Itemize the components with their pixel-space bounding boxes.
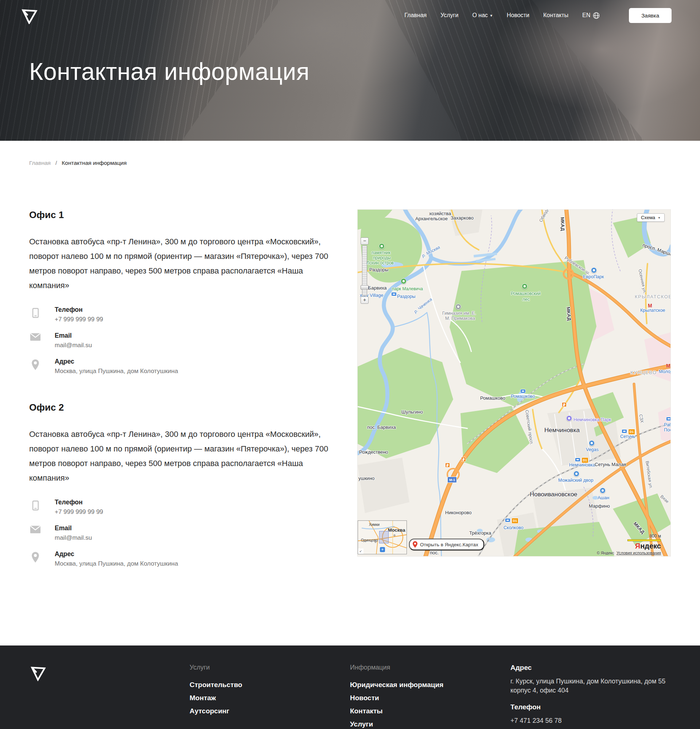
map-label: парк Малевича xyxy=(392,287,423,291)
address-label: Адрес xyxy=(55,550,178,558)
breadcrumb: Главная / Контактная информация xyxy=(29,160,700,166)
nav-news[interactable]: Новости xyxy=(507,12,529,19)
footer-link-services[interactable]: Услуги xyxy=(350,720,510,728)
map-label: М. Примакова xyxy=(445,316,475,321)
map-label: Шульгино xyxy=(401,410,423,414)
nav-about[interactable]: О нас▼ xyxy=(472,12,493,19)
map-label: Раздоры xyxy=(397,294,415,299)
office-description: Остановка автобуса «пр-т Ленина», 300 м … xyxy=(29,427,332,485)
map-label: Архангельское xyxy=(415,216,448,221)
content: Офис 1 Остановка автобуса «пр-т Ленина»,… xyxy=(29,209,671,645)
footer-services-column: Услуги Строительство Монтаж Аутсорсинг xyxy=(190,664,350,729)
map-label: КРЫЛАТСКОЕ xyxy=(635,294,671,299)
email-row: Email mail@mail.su xyxy=(29,524,332,542)
phone-value[interactable]: +7 999 999 99 99 xyxy=(55,508,103,516)
footer-link-legal[interactable]: Юридическая информация xyxy=(350,681,510,689)
footer-link-outsourcing[interactable]: Аутсорсинг xyxy=(190,707,350,715)
minimap-viewport-rect[interactable] xyxy=(379,531,388,543)
request-button[interactable]: Заявка xyxy=(629,8,672,23)
minimap-collapse-button[interactable]: ↙ xyxy=(358,549,364,554)
nav-contacts[interactable]: Контакты xyxy=(543,12,568,19)
map-label: памятник xyxy=(371,251,390,255)
company-logo[interactable] xyxy=(20,7,38,24)
address-label: Адрес xyxy=(55,358,178,365)
map-label: Раб xyxy=(664,423,671,427)
map-label: Сколково xyxy=(503,526,523,530)
map-d1-icon: D1 xyxy=(581,457,588,463)
terms-of-use-link[interactable]: Условия использования xyxy=(616,551,661,555)
map-station-icon xyxy=(391,292,397,296)
map-station-icon xyxy=(666,417,671,421)
map-label: Трёхгорка xyxy=(469,531,491,535)
yandex-logo: Яндекс xyxy=(635,542,661,550)
nav-services[interactable]: Услуги xyxy=(441,12,458,19)
map-poi-icon xyxy=(589,440,595,446)
footer-link-construction[interactable]: Строительство xyxy=(190,681,350,689)
map-metro-icon: М xyxy=(666,363,671,369)
map-rub-icon: ₽ xyxy=(562,402,567,407)
language-switcher[interactable]: EN xyxy=(582,12,600,19)
map-label: Раздоры xyxy=(369,267,388,272)
map-poi-icon xyxy=(455,304,461,309)
breadcrumb-current: Контактная информация xyxy=(62,160,126,166)
map-station-icon xyxy=(505,518,510,522)
address-row: Адрес Москва, улица Пушкина, дом Колотуш… xyxy=(29,358,332,375)
map-d1-icon: D1 xyxy=(628,429,635,435)
map-label: Немчиновка Парк xyxy=(574,418,611,422)
map-label: Молод xyxy=(659,369,671,374)
map-pin-icon xyxy=(413,541,417,548)
footer-info-column: Информация Юридическая информация Новост… xyxy=(350,664,510,729)
map-d1-icon: D1 xyxy=(512,518,519,524)
footer-link-contacts[interactable]: Контакты xyxy=(350,707,510,715)
map-scale: 800 м xyxy=(628,533,661,541)
map-poi-icon xyxy=(401,278,407,284)
chevron-down-icon: ▼ xyxy=(490,14,493,17)
zoom-slider-handle[interactable] xyxy=(361,285,369,290)
footer-link-news[interactable]: Новости xyxy=(350,694,510,702)
airport-icon: ✈ xyxy=(380,547,385,552)
map-label: Ромашковский xyxy=(511,291,541,296)
map-label: ушкино xyxy=(358,476,374,481)
minimap-city: Химки xyxy=(369,523,380,527)
minimap-inset[interactable]: Химки Москва Одинцово ✈ ↙ xyxy=(358,520,407,554)
map-label: пос. xyxy=(430,550,439,555)
email-value[interactable]: mail@mail.su xyxy=(55,342,92,349)
map-label: Пос xyxy=(664,428,671,433)
map-label: СЗХ xyxy=(638,414,644,423)
map-label: Новоивановское xyxy=(530,491,577,497)
office-title: Офис 2 xyxy=(29,402,332,413)
map-label: Лохин остров xyxy=(367,261,394,265)
arrow-logo-icon xyxy=(20,7,38,24)
map-label: ЕвроПарк xyxy=(583,274,604,279)
yandex-map[interactable]: хозяйстваАрхангельскоеЗахарковопамятникп… xyxy=(357,209,671,556)
phone-row: Телефон +7 999 999 99 99 xyxy=(29,498,332,516)
map-poi-icon xyxy=(600,488,606,494)
office-description: Остановка автобуса «пр-т Ленина», 300 м … xyxy=(29,234,332,293)
minimap-city: Одинцово xyxy=(361,538,378,542)
zoom-in-button[interactable]: + xyxy=(361,296,369,304)
breadcrumb-home-link[interactable]: Главная xyxy=(29,160,51,166)
location-icon xyxy=(29,358,42,375)
nav-home[interactable]: Главная xyxy=(404,12,426,19)
map-type-button[interactable]: Схема ▼ xyxy=(637,213,665,222)
map-label: Рождествено xyxy=(359,450,388,455)
map-label: Марфино xyxy=(589,504,610,508)
map-label: Сетунь xyxy=(620,434,635,439)
map-label: КУНЦЕВО xyxy=(630,370,657,375)
footer-address-column: Адрес г. Курск, улица Пушкина, дом Колот… xyxy=(510,664,671,729)
map-label: МКАД xyxy=(566,307,572,321)
footer-link-installation[interactable]: Монтаж xyxy=(190,694,350,702)
location-icon xyxy=(29,550,42,568)
map-label: Крылатское xyxy=(640,308,665,313)
email-value[interactable]: mail@mail.su xyxy=(55,534,92,542)
phone-value[interactable]: +7 999 999 99 99 xyxy=(55,316,103,323)
zoom-out-button[interactable]: − xyxy=(361,237,369,245)
zoom-slider-track[interactable] xyxy=(362,245,367,296)
open-in-yandex-maps-button[interactable]: Открыть в Яндекс.Картах xyxy=(409,539,484,550)
map-label: природы xyxy=(373,256,391,260)
map-label: МКАД xyxy=(560,217,565,231)
map-label: лес xyxy=(522,297,530,302)
footer-logo-icon[interactable] xyxy=(29,664,46,681)
footer-phone-value[interactable]: +7 471 234 56 78 xyxy=(510,716,667,725)
map-station-icon xyxy=(520,389,526,393)
